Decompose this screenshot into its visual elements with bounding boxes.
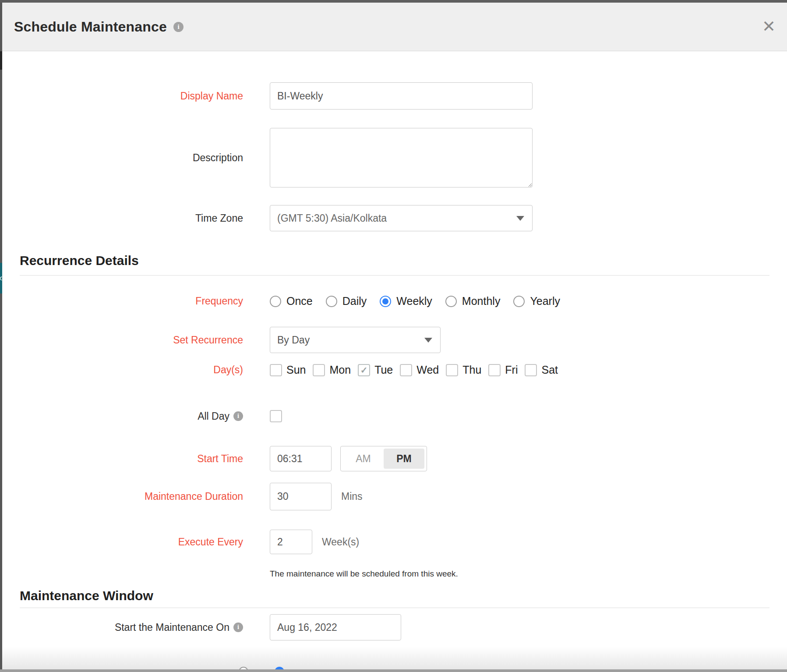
dialog-header: Schedule Maintenance i ✕ <box>2 3 787 51</box>
execute-every-input[interactable] <box>270 530 312 554</box>
all-day-row: All Day i ✓ <box>2 410 787 422</box>
am-option[interactable]: AM <box>343 453 384 465</box>
all-day-checkbox[interactable]: ✓ <box>270 410 282 422</box>
start-on-date-input[interactable] <box>270 614 401 640</box>
background-page-edge-top <box>0 0 787 3</box>
radio-icon <box>513 296 525 307</box>
schedule-note: The maintenance will be scheduled from t… <box>270 569 787 579</box>
checkbox-wed[interactable]: ✓ Wed <box>400 364 439 376</box>
radio-icon <box>445 296 457 307</box>
dialog-title: Schedule Maintenance <box>14 19 167 35</box>
back-chevron-icon: ‹ <box>0 263 2 294</box>
radio-monthly[interactable]: Monthly <box>445 295 501 308</box>
description-row: Description <box>2 128 787 187</box>
checkbox-icon: ✓ <box>270 364 282 376</box>
execute-unit-label: Week(s) <box>322 536 359 548</box>
chevron-down-icon <box>516 216 524 221</box>
start-time-label: Start Time <box>2 453 270 465</box>
checkbox-thu[interactable]: ✓ Thu <box>446 364 481 376</box>
execute-every-label: Execute Every <box>2 536 270 548</box>
radio-icon <box>380 296 391 307</box>
checkbox-mon[interactable]: ✓ Mon <box>313 364 351 376</box>
execute-every-row: Execute Every Week(s) <box>2 530 787 554</box>
checkbox-fri[interactable]: ✓ Fri <box>488 364 518 376</box>
dialog-body: Display Name Description Time Zone (GMT … <box>2 51 787 640</box>
display-name-label: Display Name <box>2 90 270 102</box>
maintenance-duration-label: Maintenance Duration <box>2 491 270 502</box>
set-recurrence-select[interactable]: By Day <box>270 327 441 353</box>
maintenance-window-heading: Maintenance Window <box>20 588 787 603</box>
days-checkbox-group: ✓ Sun ✓ Mon ✓ Tue ✓ Wed ✓ Thu <box>270 364 565 376</box>
info-icon[interactable]: i <box>173 22 184 32</box>
radio-icon <box>270 296 281 307</box>
radio-daily[interactable]: Daily <box>326 295 367 308</box>
radio-weekly[interactable]: Weekly <box>380 295 432 308</box>
start-time-input[interactable] <box>270 446 332 471</box>
radio-icon <box>326 296 337 307</box>
checkbox-icon: ✓ <box>446 364 458 376</box>
time-zone-label: Time Zone <box>2 212 270 224</box>
info-icon[interactable]: i <box>233 411 243 421</box>
checkbox-icon: ✓ <box>400 364 412 376</box>
start-time-row: Start Time AM PM <box>2 446 787 471</box>
description-textarea[interactable] <box>270 128 533 187</box>
recurrence-details-heading: Recurrence Details <box>20 253 787 268</box>
info-icon[interactable]: i <box>233 622 243 632</box>
duration-unit-label: Mins <box>341 491 363 502</box>
set-recurrence-row: Set Recurrence By Day <box>2 327 787 353</box>
chevron-down-icon <box>424 338 432 343</box>
frequency-label: Frequency <box>2 295 270 307</box>
checkbox-sun[interactable]: ✓ Sun <box>270 364 306 376</box>
set-recurrence-label: Set Recurrence <box>2 334 270 346</box>
background-page-edge-left: ‹ <box>0 3 2 672</box>
display-name-row: Display Name <box>2 82 787 110</box>
meridiem-toggle[interactable]: AM PM <box>340 446 427 471</box>
start-on-row: Start the Maintenance On i <box>2 614 787 640</box>
days-label: Day(s) <box>2 364 270 376</box>
checkbox-icon: ✓ <box>525 364 537 376</box>
maintenance-duration-input[interactable] <box>270 483 332 510</box>
days-row: Day(s) ✓ Sun ✓ Mon ✓ Tue ✓ Wed <box>2 364 787 376</box>
time-zone-select[interactable]: (GMT 5:30) Asia/Kolkata <box>270 205 533 231</box>
background-text-fragment <box>0 51 2 70</box>
start-on-label: Start the Maintenance On i <box>2 622 270 633</box>
checkbox-tue[interactable]: ✓ Tue <box>358 364 393 376</box>
display-name-input[interactable] <box>270 82 533 110</box>
all-day-label: All Day i <box>2 410 270 422</box>
close-icon[interactable]: ✕ <box>762 18 776 35</box>
pm-option[interactable]: PM <box>384 449 424 469</box>
checkbox-icon: ✓ <box>488 364 501 376</box>
frequency-radio-group: Once Daily Weekly Monthly Yearly <box>270 295 560 308</box>
frequency-row: Frequency Once Daily Weekly Monthly <box>2 295 787 308</box>
schedule-maintenance-dialog: Schedule Maintenance i ✕ Display Name De… <box>2 3 787 672</box>
radio-once[interactable]: Once <box>270 295 313 308</box>
time-zone-row: Time Zone (GMT 5:30) Asia/Kolkata <box>2 205 787 231</box>
time-zone-value: (GMT 5:30) Asia/Kolkata <box>277 212 387 224</box>
set-recurrence-value: By Day <box>277 334 310 346</box>
checkbox-icon: ✓ <box>270 410 282 422</box>
checkbox-sat[interactable]: ✓ Sat <box>525 364 558 376</box>
background-page-edge-bottom <box>0 669 787 672</box>
checkbox-icon: ✓ <box>313 364 325 376</box>
radio-yearly[interactable]: Yearly <box>513 295 560 308</box>
section-divider <box>20 275 769 276</box>
maintenance-duration-row: Maintenance Duration Mins <box>2 483 787 510</box>
section-divider <box>20 608 769 608</box>
checkbox-icon: ✓ <box>358 364 370 376</box>
description-label: Description <box>2 152 270 164</box>
